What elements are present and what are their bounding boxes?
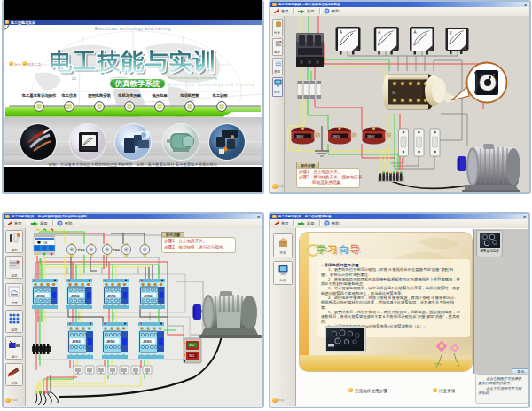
svg-text:380V: 380V	[296, 135, 304, 138]
svg-text:?: ?	[325, 221, 328, 226]
svg-text:A: A	[340, 30, 342, 35]
svg-text:FU1: FU1	[78, 248, 86, 252]
svg-text:10: 10	[392, 91, 395, 95]
svg-text:FU2: FU2	[113, 248, 121, 252]
svg-text:JKN3: JKN3	[72, 340, 81, 344]
svg-text:?: ?	[325, 9, 328, 14]
svg-text:SB1: SB1	[189, 354, 195, 358]
svg-text:?: ?	[59, 221, 61, 226]
svg-text:SB2: SB2	[189, 344, 195, 347]
svg-text:3B: 3B	[43, 241, 48, 245]
svg-text:V: V	[450, 31, 452, 36]
svg-text:JKN0: JKN0	[36, 295, 45, 298]
